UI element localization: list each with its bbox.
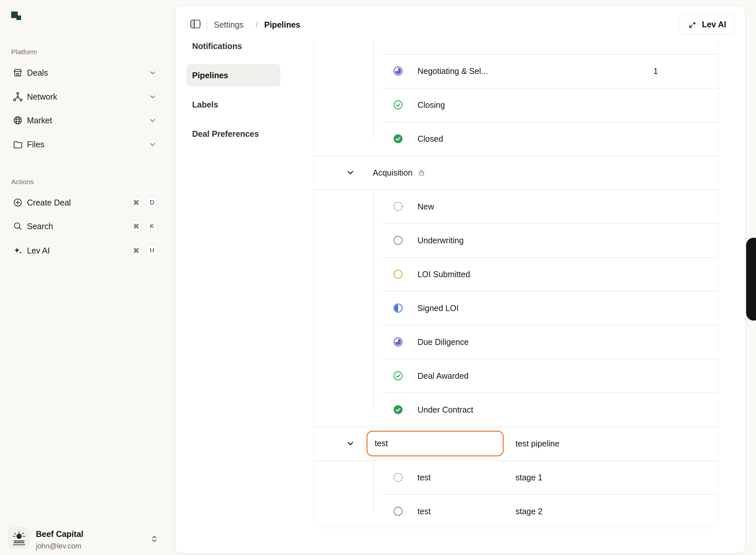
chevron-down-icon xyxy=(149,140,157,148)
stage-name: Due Diligence xyxy=(417,337,469,347)
stage-name: LOI Submitted xyxy=(417,269,470,279)
pipeline-description: test pipeline xyxy=(516,439,559,448)
circle-outline-gray-icon xyxy=(393,235,403,246)
sidebar-item-network[interactable]: Network xyxy=(0,85,175,109)
stage-name: Under Contract xyxy=(417,405,473,414)
settings-nav-label: Labels xyxy=(192,100,218,110)
breadcrumb-separator: / xyxy=(255,20,258,30)
stage-name: Closed xyxy=(417,134,443,143)
actions-section-label: Actions xyxy=(11,178,34,186)
sidebar-toggle-icon[interactable] xyxy=(190,18,201,30)
workspace-name: Beef Capital xyxy=(36,529,83,539)
stage-row[interactable]: test stage 2 xyxy=(314,494,718,528)
app-sidebar: Platform Deals Network Marke xyxy=(0,0,175,555)
pipeline-name-input[interactable] xyxy=(366,431,504,456)
settings-page-card: Settings / Pipelines Lev AI Notification… xyxy=(175,6,746,553)
page-header: Settings / Pipelines Lev AI xyxy=(175,6,745,40)
action-label: Lev AI xyxy=(27,246,50,255)
check-circle-outline-green-icon xyxy=(393,100,403,110)
check-circle-outline-green-icon xyxy=(393,371,403,381)
workspace-avatar xyxy=(8,527,29,548)
shortcut-mod-key: ⌘ xyxy=(131,221,142,232)
stage-name: New xyxy=(417,202,434,211)
action-search[interactable]: Search ⌘ K xyxy=(0,214,175,238)
platform-section-label: Platform xyxy=(11,48,37,56)
app-logo-icon[interactable] xyxy=(9,9,24,23)
sidebar-item-market[interactable]: Market xyxy=(0,109,175,132)
stage-deal-count: 1 xyxy=(653,66,658,76)
shortcut-mod-key: ⌘ xyxy=(131,197,142,208)
stage-row[interactable]: New xyxy=(314,189,718,223)
stage-name: test xyxy=(417,506,431,516)
lev-ai-button[interactable]: Lev AI xyxy=(680,14,734,35)
shortcut-badges: ⌘ K xyxy=(131,221,158,232)
sidebar-item-label: Files xyxy=(27,140,44,149)
progress-75-purple-icon xyxy=(393,337,403,347)
shortcut-letter-key: H xyxy=(147,245,158,256)
header-divider xyxy=(207,19,207,30)
sidebar-item-label: Deals xyxy=(27,68,48,78)
pipelines-list: Negotiating & Sel... 1 Closing Closed Ac… xyxy=(313,40,719,528)
lev-ai-button-label: Lev AI xyxy=(702,20,726,29)
settings-nav-label: Pipelines xyxy=(192,71,228,80)
shortcut-letter-key: K xyxy=(147,221,158,232)
pipeline-group-header[interactable]: Acquisition xyxy=(314,156,718,189)
workspace-switcher[interactable]: Beef Capital john@lev.com xyxy=(0,525,175,554)
stage-row[interactable]: Due Diligence xyxy=(314,325,718,359)
settings-nav-label: Notifications xyxy=(192,41,242,51)
action-create-deal[interactable]: Create Deal ⌘ D xyxy=(0,191,175,214)
dashed-circle-gray-icon xyxy=(393,472,403,483)
clipped-row-remainder xyxy=(314,40,718,54)
action-label: Search xyxy=(27,222,53,231)
check-circle-solid-green-icon xyxy=(393,404,403,415)
progress-75-purple-icon xyxy=(393,66,403,76)
circle-outline-amber-icon xyxy=(393,269,403,280)
stage-row[interactable]: LOI Submitted xyxy=(314,257,718,291)
stage-description: stage 1 xyxy=(516,472,543,482)
stage-description: stage 2 xyxy=(516,506,543,516)
sidebar-item-label: Network xyxy=(27,92,57,101)
breadcrumb-settings[interactable]: Settings xyxy=(214,20,243,30)
stage-row[interactable]: Under Contract xyxy=(314,393,718,426)
action-lev-ai[interactable]: Lev AI ⌘ H xyxy=(0,239,175,262)
settings-nav-label: Deal Preferences xyxy=(192,129,259,139)
settings-nav-labels[interactable]: Labels xyxy=(187,93,280,116)
stage-name: Closing xyxy=(417,100,445,110)
lev-ai-star-icon xyxy=(688,19,698,29)
stage-row[interactable]: Signed LOI xyxy=(314,291,718,325)
stage-name: Deal Awarded xyxy=(417,371,469,380)
check-circle-solid-green-icon xyxy=(393,133,403,144)
sidebar-item-files[interactable]: Files xyxy=(0,132,175,156)
breadcrumb-current-page: Pipelines xyxy=(264,20,301,30)
stage-row[interactable]: Underwriting xyxy=(314,223,718,257)
shortcut-mod-key: ⌘ xyxy=(131,245,142,256)
half-filled-circle-blue-icon xyxy=(393,303,403,313)
network-icon xyxy=(12,91,23,102)
lock-icon xyxy=(417,169,425,177)
collapse-chevron-icon[interactable] xyxy=(346,439,355,449)
circle-outline-gray-icon xyxy=(393,506,403,516)
settings-nav-deal-preferences[interactable]: Deal Preferences xyxy=(187,123,280,145)
stage-row[interactable]: Closing xyxy=(314,88,718,122)
collapse-chevron-icon[interactable] xyxy=(346,168,355,177)
chevron-down-icon xyxy=(149,116,157,124)
chevron-down-icon xyxy=(149,93,157,100)
stage-row[interactable]: test stage 1 xyxy=(314,460,718,494)
stage-name: Signed LOI xyxy=(417,303,459,313)
stage-name: test xyxy=(417,472,431,482)
stage-row[interactable]: Deal Awarded xyxy=(314,359,718,393)
shortcut-letter-key: D xyxy=(147,197,158,208)
stage-name: Negotiating & Sel... xyxy=(417,66,488,76)
stage-name: Underwriting xyxy=(417,236,464,245)
settings-nav-pipelines[interactable]: Pipelines xyxy=(187,64,280,86)
files-folder-icon xyxy=(12,139,23,150)
pipeline-name: Acquisition xyxy=(373,168,412,177)
stage-row[interactable]: Negotiating & Sel... 1 xyxy=(314,54,718,88)
page-scrollbar-thumb[interactable] xyxy=(746,238,756,321)
chevron-up-down-icon xyxy=(150,534,159,544)
workspace-email: john@lev.com xyxy=(36,542,81,550)
pipeline-group-header[interactable]: test pipeline xyxy=(314,426,718,460)
stage-row[interactable]: Closed xyxy=(314,122,718,156)
dashed-circle-gray-icon xyxy=(393,201,403,212)
sidebar-item-deals[interactable]: Deals xyxy=(0,61,175,85)
